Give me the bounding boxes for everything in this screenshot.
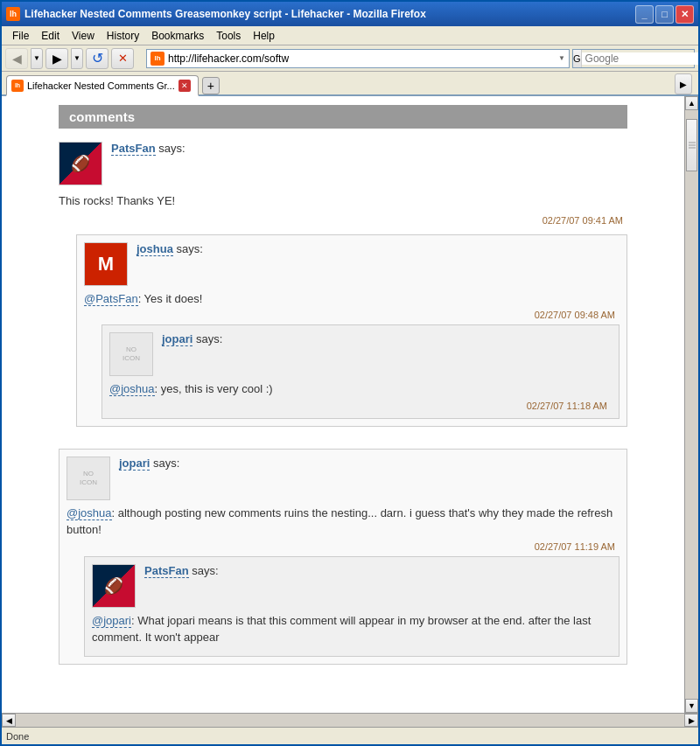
avatar-jopari-1: NOICON (109, 332, 153, 376)
window-icon: lh (6, 7, 20, 21)
content-area: comments 🏈 PatsFan says: This rocks! Tha… (2, 96, 684, 713)
minimize-button[interactable]: _ (635, 5, 654, 24)
search-input[interactable] (582, 52, 700, 65)
username-patsfan-1[interactable]: PatsFan (111, 142, 156, 156)
comments-header: comments (59, 105, 627, 129)
maximize-button[interactable]: □ (655, 5, 674, 24)
tab-active[interactable]: lh Lifehacker Nested Comments Gr... ✕ (6, 75, 199, 96)
grip-line-2 (689, 145, 696, 146)
menu-history[interactable]: History (101, 28, 145, 44)
tab-scroll-right[interactable]: ▶ (675, 73, 692, 94)
address-text: http://lifehacker.com/softw (168, 52, 555, 65)
comment-4-header: NOICON jopari says: (66, 457, 620, 500)
comment-4: NOICON jopari says: @joshua: although po… (59, 444, 627, 669)
comment-1-text: This rocks! Thanks YE! (59, 192, 627, 210)
window-title: Lifehacker Nested Comments Greasemonkey … (24, 8, 635, 20)
timestamp-4: 02/27/07 11:19 AM (66, 541, 620, 552)
site-favicon: lh (150, 52, 164, 66)
back-button[interactable]: ◀ (5, 48, 28, 69)
mention-patsfan[interactable]: @PatsFan (84, 292, 138, 306)
tab-close-button[interactable]: ✕ (178, 80, 191, 92)
menu-bookmarks[interactable]: Bookmarks (145, 28, 210, 44)
menu-edit[interactable]: Edit (35, 28, 66, 44)
title-bar: lh Lifehacker Nested Comments Greasemonk… (2, 2, 698, 26)
scroll-left-button[interactable]: ◀ (2, 714, 16, 727)
comments-container: comments 🏈 PatsFan says: This rocks! Tha… (59, 105, 627, 669)
tab-favicon: lh (11, 80, 24, 92)
tab-bar: lh Lifehacker Nested Comments Gr... ✕ + … (2, 72, 698, 96)
says-2: says: (177, 242, 203, 255)
status-bar: Done (2, 727, 698, 744)
says-3: says: (196, 332, 222, 345)
menu-file[interactable]: File (6, 28, 35, 44)
search-bar[interactable]: G ▼ (572, 49, 695, 68)
status-text: Done (6, 731, 29, 742)
grip-line-1 (689, 143, 696, 143)
menu-tools[interactable]: Tools (210, 28, 247, 44)
address-bar[interactable]: lh http://lifehacker.com/softw ▼ (146, 49, 570, 68)
scroll-track[interactable] (685, 110, 698, 699)
scroll-up-button[interactable]: ▲ (685, 96, 698, 110)
search-engine-icon: G (573, 50, 582, 67)
comment-5-text: @jopari: What jopari means is that this … (92, 612, 612, 646)
new-tab-button[interactable]: + (202, 77, 220, 94)
username-patsfan-2[interactable]: PatsFan (144, 564, 189, 578)
comment-3-text: @joshua: yes, this is very cool :) (109, 380, 612, 398)
comment-2-header: M joshua says: (84, 242, 620, 286)
menu-help[interactable]: Help (247, 28, 281, 44)
timestamp-2: 02/27/07 09:48 AM (84, 310, 620, 320)
scroll-right-button[interactable]: ▶ (684, 714, 698, 727)
mention-joshua-2[interactable]: @joshua (66, 506, 112, 520)
timestamp-1: 02/27/07 09:41 AM (59, 215, 627, 226)
vertical-scrollbar: ▲ ▼ (684, 96, 698, 713)
avatar-jopari-2: NOICON (66, 457, 110, 500)
username-jopari-2[interactable]: jopari (119, 457, 150, 471)
address-dropdown-icon: ▼ (558, 54, 565, 62)
stop-button[interactable]: ✕ (111, 48, 134, 69)
window-controls: _ □ ✕ (635, 5, 694, 24)
scroll-grip (689, 143, 696, 149)
comment-1-body: 🏈 PatsFan says: This rocks! Thanks YE! 0… (59, 137, 627, 230)
comment-5-header: 🏈 PatsFan says: (92, 564, 612, 608)
says-5: says: (192, 564, 218, 577)
comment-3: NOICON jopari says: @joshua: yes, this i… (102, 324, 620, 419)
comment-4-text: @joshua: although posting new comments r… (66, 505, 620, 539)
comment-1: 🏈 PatsFan says: This rocks! Thanks YE! 0… (59, 137, 627, 431)
says-1: says: (158, 142, 185, 155)
username-joshua[interactable]: joshua (136, 242, 173, 256)
scroll-thumb[interactable] (686, 119, 697, 171)
comment-1-header: 🏈 PatsFan says: (59, 142, 627, 185)
menu-view[interactable]: View (66, 28, 101, 44)
avatar-patsfan-2: 🏈 (92, 564, 136, 608)
comment-2: M joshua says: @PatsFan: Yes it does! 02… (76, 234, 627, 427)
timestamp-3: 02/27/07 11:18 AM (109, 401, 612, 411)
tab-label: Lifehacker Nested Comments Gr... (27, 80, 175, 91)
horizontal-scrollbar: ◀ ▶ (2, 713, 698, 727)
h-scroll-track[interactable] (16, 714, 684, 727)
forward-dropdown[interactable]: ▼ (71, 48, 83, 69)
browser-window: lh Lifehacker Nested Comments Greasemonk… (0, 0, 700, 746)
comment-4-body: NOICON jopari says: @joshua: although po… (59, 449, 627, 665)
grip-line-3 (689, 148, 696, 149)
reload-button[interactable]: ↺ (86, 48, 108, 69)
comment-3-header: NOICON jopari says: (109, 332, 612, 376)
mention-jopari[interactable]: @jopari (92, 614, 131, 628)
forward-button[interactable]: ▶ (46, 48, 68, 69)
says-4: says: (153, 457, 179, 470)
avatar-patsfan-1: 🏈 (59, 142, 102, 185)
main-area: comments 🏈 PatsFan says: This rocks! Tha… (2, 96, 698, 713)
close-button[interactable]: ✕ (676, 5, 694, 24)
comment-2-text: @PatsFan: Yes it does! (84, 290, 620, 308)
username-jopari-1[interactable]: jopari (162, 332, 192, 346)
comment-5: 🏈 PatsFan says: @jopari: What jopari mea… (84, 556, 620, 657)
back-dropdown[interactable]: ▼ (31, 48, 43, 69)
nav-toolbar: ◀ ▼ ▶ ▼ ↺ ✕ lh http://lifehacker.com/sof… (2, 45, 698, 72)
scroll-down-button[interactable]: ▼ (685, 699, 698, 713)
menu-bar: File Edit View History Bookmarks Tools H… (2, 26, 698, 45)
avatar-joshua: M (84, 242, 128, 286)
mention-joshua-1[interactable]: @joshua (109, 382, 155, 396)
